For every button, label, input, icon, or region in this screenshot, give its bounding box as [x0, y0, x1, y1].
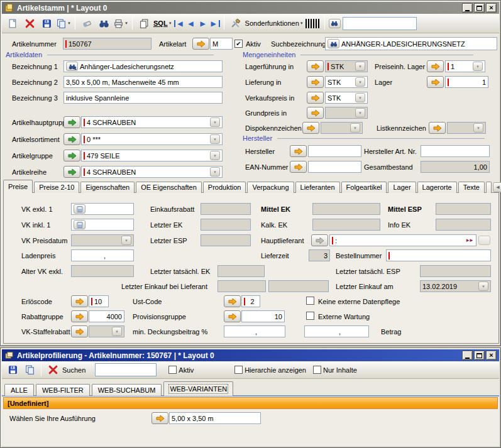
save-button[interactable] [39, 16, 54, 31]
print-button[interactable]: ▼ [113, 16, 128, 31]
keine-externe-datenpflege-checkbox[interactable] [306, 297, 314, 305]
eraser-button[interactable] [79, 16, 94, 31]
ean-lookup-button[interactable] [290, 161, 307, 173]
provisionsgruppe-lookup-button[interactable] [224, 310, 241, 322]
find-mini-button[interactable] [328, 39, 339, 48]
verkaufspreis-lookup-button[interactable] [307, 92, 324, 104]
hauptlieferant-field[interactable]: :►► [329, 234, 476, 246]
delete-button[interactable] [22, 16, 37, 31]
provisionsgruppe-field[interactable]: 10 [241, 310, 285, 322]
listkz-lookup-button[interactable] [429, 122, 446, 134]
tab-alle[interactable]: ALLE [4, 384, 34, 396]
tab-oe-eigenschaften[interactable]: OE Eigenschaften [136, 182, 202, 193]
hersteller-artnr-field[interactable] [421, 145, 490, 157]
min-deckungsbeitrag-field[interactable]: , [224, 325, 285, 337]
dropdown-button[interactable]: ▼ [355, 93, 365, 102]
hersteller-field[interactable] [308, 145, 361, 157]
artikelgruppe-lookup-button[interactable] [63, 150, 80, 161]
dropdown-button[interactable]: ▼ [112, 327, 122, 336]
copy-button[interactable] [22, 363, 37, 378]
dispo-field[interactable]: ▼ [321, 122, 363, 134]
dropdown-button[interactable]: ▼ [478, 281, 488, 291]
ladenpreis-field[interactable]: , [71, 249, 134, 261]
copy-pages-button[interactable] [136, 16, 151, 31]
nav-last-button[interactable]: ▶ [210, 20, 220, 27]
grundpreis-lookup-button[interactable] [307, 107, 324, 119]
minimize-button[interactable] [462, 3, 473, 13]
save-button[interactable] [5, 363, 20, 378]
sql-button[interactable]: SQL▼ [153, 16, 172, 31]
nav-prev-button[interactable]: ◀ [186, 20, 196, 27]
nav-first-button[interactable]: ◀ [174, 20, 184, 27]
titlebar[interactable]: Artikelstamm | * Layout 0 × [2, 2, 499, 14]
lieferung-lookup-button[interactable] [307, 76, 324, 88]
aktiv-checkbox[interactable]: ✔ [234, 40, 243, 48]
ust-code-field[interactable]: 2 [241, 295, 260, 307]
copy-button[interactable]: ▼ [56, 16, 71, 31]
nav-next-button[interactable]: ▶ [198, 20, 208, 27]
tab-preise[interactable]: Preise [3, 180, 33, 193]
dropdown-button[interactable]: ▼ [210, 134, 220, 144]
ausfuehrung-lookup-button[interactable] [151, 412, 168, 424]
preiseinh-lookup-button[interactable] [427, 60, 444, 72]
sonderfunktionen-button[interactable]: Sonderfunktionen▼ [245, 19, 304, 27]
bestellnummer-field[interactable] [386, 249, 491, 261]
letzter-einkauf-am-field[interactable]: 13.02.2019▼ [420, 280, 491, 292]
lieferung-field[interactable]: STK▼ [325, 76, 368, 88]
close-button[interactable]: × [486, 351, 497, 360]
dropdown-button[interactable]: ▼ [473, 62, 483, 71]
hersteller-lookup-button[interactable] [290, 145, 307, 157]
preiseinh-field[interactable]: 1▼ [445, 60, 485, 72]
tab-eigenschaften[interactable]: Eigenschaften [80, 182, 135, 193]
dropdown-button[interactable]: ▼ [350, 123, 360, 133]
suchen-label[interactable]: Suchen [62, 366, 85, 374]
tools-button[interactable] [228, 16, 243, 31]
dropdown-button[interactable]: ▼ [210, 167, 220, 177]
minimize-button[interactable] [462, 351, 473, 360]
verkaufspreis-field[interactable]: STK▼ [325, 92, 368, 104]
hauptlieferant-lookup-button[interactable] [311, 234, 328, 246]
lagerfuehrung-field[interactable]: STK▼ [325, 60, 368, 72]
artikelgruppe-field[interactable]: 479 SEILE▼ [81, 150, 223, 161]
rabattgruppe-field[interactable]: 4000 [89, 310, 124, 322]
lager-field[interactable]: 1 [445, 76, 488, 88]
maximize-button[interactable] [474, 3, 485, 13]
artikelart-field[interactable]: M [210, 38, 233, 50]
vk-preisdatum-field[interactable]: ▼ [71, 234, 134, 246]
ean-field[interactable] [308, 161, 361, 173]
nur-inhalte-checkbox[interactable] [313, 366, 321, 374]
close-button[interactable]: × [486, 3, 497, 13]
artikelnummer-field[interactable]: 150767 [63, 38, 151, 50]
calculator-button[interactable] [74, 204, 85, 214]
staffelrabatt-field[interactable]: ▼ [89, 325, 124, 337]
suchbezeichnung-field[interactable]: ANHÄNGER-LADESICHERUNGSNETZ [325, 37, 497, 50]
toolbar-search-input[interactable] [343, 17, 417, 30]
maximize-button[interactable] [474, 351, 485, 360]
externe-wartung-checkbox[interactable] [306, 312, 314, 320]
vk-exkl-field[interactable] [71, 203, 134, 215]
hauptlieferant-extra-button[interactable] [478, 236, 490, 245]
erloescode-field[interactable]: 10 [89, 295, 109, 307]
vk-inkl-field[interactable] [71, 219, 134, 231]
bezeichnung1-field[interactable]: 1 Anhänger-Ladesicherungsnetz [63, 60, 223, 72]
dropdown-button[interactable]: ▼ [355, 77, 365, 87]
tab-lager[interactable]: Lager [388, 182, 416, 193]
suchen-button[interactable] [45, 363, 60, 378]
tab-folgeartikel[interactable]: Folgeartikel [341, 182, 387, 193]
erloescode-lookup-button[interactable] [71, 295, 88, 307]
artikelsortiment-lookup-button[interactable] [63, 133, 80, 145]
tab-web-varianten[interactable]: WEB-VARIANTEN [163, 381, 233, 396]
tab-preise-2-10[interactable]: Preise 2-10 [34, 182, 79, 193]
dropdown-button[interactable]: ▼ [121, 236, 131, 245]
staffelrabatt-lookup-button[interactable] [71, 325, 88, 337]
lager-lookup-button[interactable] [427, 76, 444, 88]
dropdown-button[interactable]: ▼ [355, 62, 365, 71]
betrag-field[interactable]: , [304, 325, 369, 337]
tab-lagerorte[interactable]: Lagerorte [417, 182, 457, 193]
tab-overflow[interactable]: A [486, 182, 492, 193]
dispo-lookup-button[interactable] [302, 122, 319, 134]
tab-web-filter[interactable]: WEB-FILTER [36, 384, 90, 396]
hierarchie-checkbox[interactable] [234, 366, 243, 374]
bezeichnung3-field[interactable]: inklusive Spannleine [63, 92, 223, 104]
find-button[interactable] [96, 16, 111, 31]
